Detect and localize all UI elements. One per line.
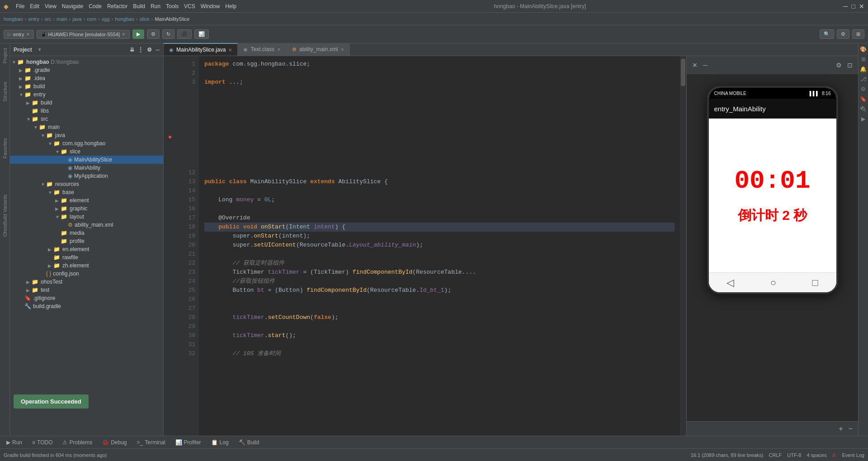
- settings-button[interactable]: ⚙: [837, 29, 849, 39]
- code-scrollbar-thumb[interactable]: [681, 59, 685, 86]
- charset-label[interactable]: UTF-8: [787, 452, 801, 458]
- bottom-tab-terminal[interactable]: >_ Terminal: [132, 436, 170, 449]
- tree-item-hongbao[interactable]: ▼ 📁 hongbao D:\hongbao: [10, 58, 163, 66]
- indent-label[interactable]: 4 spaces: [807, 452, 826, 458]
- right-icon-palette[interactable]: 🎨: [859, 45, 868, 53]
- tree-item-media[interactable]: 📁 media: [10, 229, 163, 237]
- tree-item-rawfile[interactable]: 📁 rawfile: [10, 253, 163, 261]
- tree-item-gitignore[interactable]: 🔖 .gitignore: [10, 294, 163, 302]
- tree-item-ability-main-xml[interactable]: ⚙ ability_main.xml: [10, 221, 163, 229]
- tree-item-mainability[interactable]: ◉ MainAbility: [10, 164, 163, 172]
- menu-run[interactable]: Run: [151, 3, 160, 10]
- tree-item-config-json[interactable]: { } config.json: [10, 270, 163, 278]
- code-content[interactable]: package com.sgg.hongbao.slice; import ..…: [199, 56, 680, 436]
- project-sort-icon[interactable]: ⋮: [138, 47, 143, 53]
- menu-vcs[interactable]: VCS: [184, 3, 195, 10]
- tab-textclass[interactable]: ◉ Text.class ✕: [238, 43, 287, 56]
- menu-file[interactable]: File: [16, 3, 24, 10]
- tree-item-java[interactable]: ▼ 📁 java: [10, 131, 163, 139]
- right-icon-plugins[interactable]: 🔌: [859, 105, 868, 113]
- tree-item-slice[interactable]: ▼ 📁 slice: [10, 147, 163, 156]
- tree-item-mainabilityslice[interactable]: ◉ MainAbilitySlice: [10, 156, 163, 164]
- tree-item-graphic[interactable]: ▶ 📁 graphic: [10, 204, 163, 213]
- tab-close-abilitymainxml[interactable]: ✕: [340, 47, 344, 52]
- profile-button[interactable]: 📊: [194, 29, 209, 39]
- code-editor[interactable]: ●: [164, 56, 686, 436]
- emulator-expand-btn[interactable]: ⊡: [845, 61, 854, 70]
- emulator-close-btn[interactable]: ✕: [690, 61, 699, 70]
- menu-window[interactable]: Window: [201, 3, 220, 10]
- nav-home-button[interactable]: ○: [770, 277, 776, 289]
- breadcrumb-slice[interactable]: slice: [140, 16, 150, 22]
- menu-code[interactable]: Code: [89, 3, 102, 10]
- bottom-tab-profiler[interactable]: 📊 Profiler: [171, 436, 206, 449]
- breadcrumb-entry[interactable]: entry: [28, 16, 39, 22]
- cursor-position[interactable]: 16:1 (2089 chars, 89 line breaks): [691, 452, 764, 458]
- tree-item-element[interactable]: ▶ 📁 element: [10, 196, 163, 204]
- tree-item-build-entry[interactable]: ▶ 📁 build: [10, 99, 163, 107]
- emulator-zoom-in-btn[interactable]: +: [837, 424, 844, 434]
- bottom-tab-todo[interactable]: ≡ TODO: [28, 436, 57, 449]
- tree-item-entry[interactable]: ▼ 📁 entry: [10, 90, 163, 99]
- emulator-zoom-out-btn[interactable]: −: [847, 424, 854, 434]
- tree-item-en-element[interactable]: ▶ 📁 en.element: [10, 245, 163, 253]
- ohosbuild-tab[interactable]: OhosBuild Variants: [1, 190, 9, 241]
- build-options-button[interactable]: ⚙: [147, 29, 160, 39]
- project-tab[interactable]: Project: [1, 43, 9, 68]
- tree-item-myapplication[interactable]: ◉ MyApplication: [10, 172, 163, 180]
- breadcrumb-hongbao2[interactable]: hongbao: [115, 16, 134, 22]
- bottom-tab-run[interactable]: ▶ Run: [2, 436, 27, 449]
- right-icon-structure[interactable]: ⊞: [859, 55, 868, 63]
- search-everywhere-button[interactable]: 🔍: [820, 29, 834, 39]
- structure-tab[interactable]: Structure: [1, 77, 9, 106]
- menu-help[interactable]: Help: [225, 3, 236, 10]
- stop-button[interactable]: ⬛: [177, 29, 192, 39]
- tree-item-zh-element[interactable]: ▶ 📁 zh.element: [10, 261, 163, 270]
- breadcrumb-hongbao[interactable]: hongbao: [4, 16, 23, 22]
- right-icon-bookmark[interactable]: 🔖: [859, 95, 868, 103]
- tree-item-build-gradle[interactable]: 🔧 build.gradle: [10, 302, 163, 310]
- menu-refactor[interactable]: Refactor: [107, 3, 127, 10]
- layout-button[interactable]: ⊞: [852, 29, 864, 39]
- menu-tools[interactable]: Tools: [166, 3, 179, 10]
- close-button[interactable]: ✕: [859, 3, 864, 10]
- project-collapse-icon[interactable]: ⇊: [130, 47, 134, 53]
- right-icon-git[interactable]: ⎇: [859, 75, 868, 83]
- menu-edit[interactable]: Edit: [30, 3, 39, 10]
- right-icon-settings[interactable]: ⚙: [859, 85, 868, 93]
- device-selector[interactable]: 📱 HUAWEI Phone [emulator-5554] ▼: [37, 30, 129, 39]
- tree-item-idea[interactable]: ▶ 📁 .idea: [10, 74, 163, 82]
- project-close-icon[interactable]: ─: [156, 47, 160, 53]
- bottom-tab-log[interactable]: 📋 Log: [207, 436, 233, 449]
- right-icon-notify[interactable]: 🔔: [859, 65, 868, 73]
- tab-close-mainabilityslice[interactable]: ✕: [228, 48, 232, 52]
- tree-item-com-sgg-hongbao[interactable]: ▼ 📁 com.sgg.hongbao: [10, 139, 163, 147]
- bottom-tab-build[interactable]: 🔨 Build: [234, 436, 264, 449]
- favorites-tab[interactable]: Favorites: [1, 133, 9, 163]
- tree-item-layout[interactable]: ▼ 📁 layout: [10, 213, 163, 221]
- project-settings-icon[interactable]: ⚙: [147, 47, 152, 53]
- breadcrumb-java[interactable]: java: [73, 16, 82, 22]
- sync-button[interactable]: ↻: [162, 29, 175, 39]
- tree-item-resources[interactable]: ▼ 📁 resources: [10, 180, 163, 188]
- tab-close-textclass[interactable]: ✕: [277, 47, 281, 52]
- tree-item-test[interactable]: ▶ 📁 test: [10, 286, 163, 294]
- nav-recent-button[interactable]: □: [812, 277, 818, 289]
- tree-item-src[interactable]: ▼ 📁 src: [10, 115, 163, 123]
- breadcrumb-main[interactable]: main: [57, 16, 67, 22]
- breadcrumb-com[interactable]: com: [87, 16, 96, 22]
- tree-item-ohostest[interactable]: ▶ 📁 ohosTest: [10, 278, 163, 286]
- config-selector[interactable]: ▷ entry ▼: [4, 30, 34, 39]
- menu-navigate[interactable]: Navigate: [62, 3, 83, 10]
- code-scrollbar[interactable]: [680, 56, 686, 436]
- breadcrumb-src[interactable]: src: [45, 16, 52, 22]
- breadcrumb-sgg[interactable]: sgg: [102, 16, 110, 22]
- tree-item-build-root[interactable]: ▶ 📁 build: [10, 82, 163, 90]
- line-ending[interactable]: CRLF: [769, 452, 782, 458]
- tab-abilitymainxml[interactable]: ⚙ ability_main.xml ✕: [287, 43, 350, 56]
- tree-item-gradle[interactable]: ▶ 📁 .gradle: [10, 66, 163, 74]
- bottom-tab-debug[interactable]: 🐞 Debug: [98, 436, 131, 449]
- emulator-minimize-btn[interactable]: ─: [701, 61, 709, 70]
- minimize-button[interactable]: ─: [844, 3, 848, 10]
- run-button[interactable]: ▶: [132, 29, 144, 39]
